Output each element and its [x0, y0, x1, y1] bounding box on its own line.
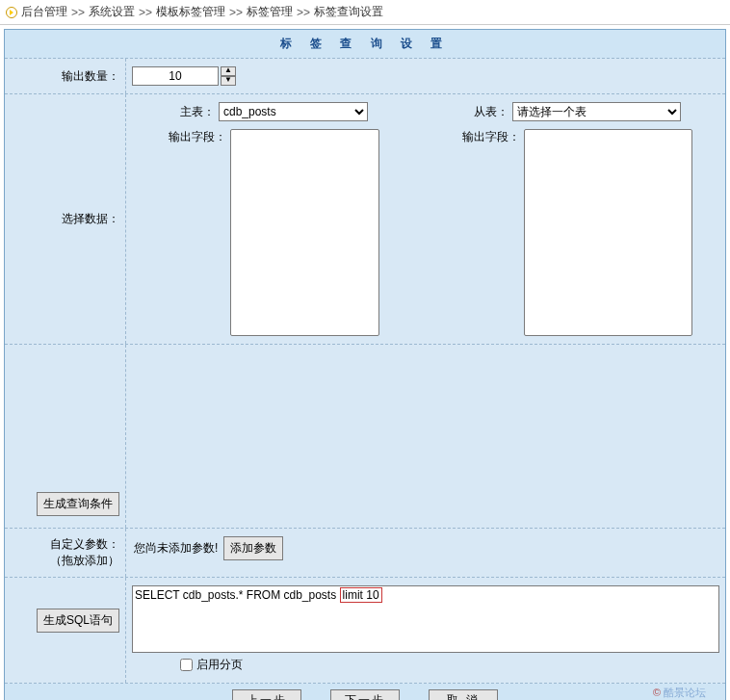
crumb-sep: >> — [139, 6, 152, 19]
gen-query-button[interactable]: 生成查询条件 — [37, 492, 119, 516]
sql-textarea[interactable]: SELECT cdb_posts.* FROM cdb_posts limit … — [132, 585, 719, 653]
crumb-sep: >> — [229, 6, 243, 19]
sub-table-select[interactable]: 请选择一个表 — [512, 102, 681, 121]
paging-label-text: 启用分页 — [196, 657, 243, 673]
output-count-label: 输出数量： — [5, 59, 125, 93]
crumb-item: 标签查询设置 — [314, 4, 383, 20]
select-data-label: 选择数据： — [5, 94, 125, 344]
query-conditions-area — [125, 345, 725, 528]
page-title: 标 签 查 询 设 置 — [5, 30, 725, 59]
row-select-data: 选择数据： 主表： cdb_posts 输出字段： — [5, 94, 725, 345]
row-custom-params: 自定义参数： （拖放添加） 您尚未添加参数! 添加参数 — [5, 529, 725, 578]
next-button[interactable]: 下一步 — [330, 689, 400, 700]
sql-limit-highlight: limit 10 — [340, 587, 382, 603]
main-table-label: 主表： — [180, 104, 215, 120]
crumb-item[interactable]: 模板标签管理 — [156, 4, 225, 20]
row-gen-sql: 生成SQL语句 SELECT cdb_posts.* FROM cdb_post… — [5, 578, 725, 684]
crumb-item[interactable]: 后台管理 — [21, 4, 67, 20]
crumb-item[interactable]: 系统设置 — [89, 4, 135, 20]
crumb-item[interactable]: 标签管理 — [247, 4, 293, 20]
gen-sql-button[interactable]: 生成SQL语句 — [37, 609, 119, 633]
main-table-select[interactable]: cdb_posts — [219, 102, 368, 121]
output-count-input[interactable] — [132, 66, 219, 86]
footer-buttons: 上一步 下一步 取 消 — [5, 684, 725, 700]
output-field-label-main: 输出字段： — [169, 129, 226, 145]
custom-params-empty-text: 您尚未添加参数! — [132, 538, 220, 558]
custom-params-label-2: （拖放添加） — [50, 553, 119, 569]
row-output-count: 输出数量： ▲ ▼ — [5, 59, 725, 94]
crumb-sep: >> — [71, 6, 85, 19]
main-field-listbox[interactable] — [230, 129, 379, 336]
paging-checkbox[interactable] — [180, 659, 193, 671]
main-table-column: 主表： cdb_posts 输出字段： — [132, 102, 416, 336]
main-frame: 标 签 查 询 设 置 输出数量： ▲ ▼ 选择数据： — [4, 29, 726, 700]
breadcrumb: 后台管理 >> 系统设置 >> 模板标签管理 >> 标签管理 >> 标签查询设置 — [0, 0, 730, 25]
sub-table-label: 从表： — [474, 104, 508, 120]
prev-button[interactable]: 上一步 — [232, 689, 301, 700]
spinner-down-icon[interactable]: ▼ — [221, 76, 236, 86]
add-param-button[interactable]: 添加参数 — [223, 536, 283, 560]
output-field-label-sub: 输出字段： — [462, 129, 520, 145]
sub-table-column: 从表： 请选择一个表 输出字段： — [435, 102, 719, 336]
home-icon — [6, 7, 17, 18]
output-count-spinner: ▲ ▼ — [132, 66, 719, 86]
crumb-sep: >> — [297, 6, 310, 19]
paging-checkbox-label[interactable]: 启用分页 — [180, 657, 719, 673]
sub-field-listbox[interactable] — [524, 129, 692, 336]
row-gen-query: 生成查询条件 — [5, 345, 725, 529]
cancel-button[interactable]: 取 消 — [429, 689, 498, 700]
custom-params-label-1: 自定义参数： — [50, 536, 119, 553]
